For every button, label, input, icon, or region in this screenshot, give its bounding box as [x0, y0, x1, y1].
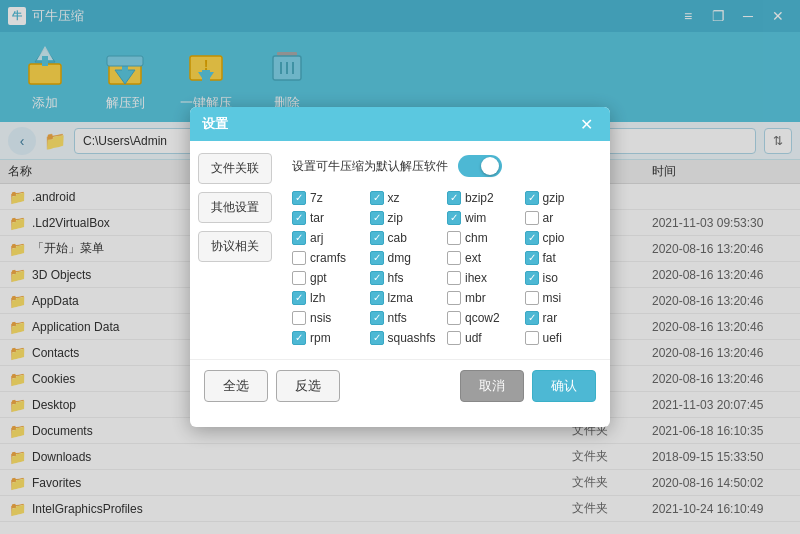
checkbox-mbr[interactable]: [447, 291, 461, 305]
format-checkbox-item[interactable]: cab: [370, 231, 444, 245]
checkbox-zip[interactable]: [370, 211, 384, 225]
checkbox-lzh[interactable]: [292, 291, 306, 305]
format-label: fat: [543, 251, 556, 265]
format-label: cpio: [543, 231, 565, 245]
protocol-btn[interactable]: 协议相关: [198, 231, 272, 262]
footer-left: 全选 反选: [204, 370, 340, 402]
checkbox-wim[interactable]: [447, 211, 461, 225]
checkbox-ihex[interactable]: [447, 271, 461, 285]
default-software-toggle[interactable]: [458, 155, 502, 177]
format-checkbox-item[interactable]: 7z: [292, 191, 366, 205]
format-checkbox-item[interactable]: lzh: [292, 291, 366, 305]
format-checkbox-item[interactable]: ext: [447, 251, 521, 265]
format-checkbox-item[interactable]: zip: [370, 211, 444, 225]
checkbox-gzip[interactable]: [525, 191, 539, 205]
format-checkbox-item[interactable]: bzip2: [447, 191, 521, 205]
format-checkbox-item[interactable]: uefi: [525, 331, 599, 345]
checkbox-dmg[interactable]: [370, 251, 384, 265]
format-checkbox-item[interactable]: ihex: [447, 271, 521, 285]
checkbox-ntfs[interactable]: [370, 311, 384, 325]
checkbox-cramfs[interactable]: [292, 251, 306, 265]
format-checkbox-item[interactable]: nsis: [292, 311, 366, 325]
format-checkbox-item[interactable]: lzma: [370, 291, 444, 305]
format-checkbox-item[interactable]: udf: [447, 331, 521, 345]
format-checkbox-item[interactable]: iso: [525, 271, 599, 285]
checkbox-rar[interactable]: [525, 311, 539, 325]
format-checkbox-item[interactable]: squashfs: [370, 331, 444, 345]
select-all-button[interactable]: 全选: [204, 370, 268, 402]
format-checkbox-item[interactable]: ar: [525, 211, 599, 225]
dialog-main: 设置可牛压缩为默认解压软件 7z xz bzip2 gzip tar zip w…: [280, 141, 610, 359]
file-association-btn[interactable]: 文件关联: [198, 153, 272, 184]
checkbox-lzma[interactable]: [370, 291, 384, 305]
format-checkbox-item[interactable]: qcow2: [447, 311, 521, 325]
checkbox-fat[interactable]: [525, 251, 539, 265]
format-grid: 7z xz bzip2 gzip tar zip wim ar arj cab …: [292, 191, 598, 345]
format-checkbox-item[interactable]: rpm: [292, 331, 366, 345]
checkbox-nsis[interactable]: [292, 311, 306, 325]
checkbox-uefi[interactable]: [525, 331, 539, 345]
checkbox-ar[interactable]: [525, 211, 539, 225]
format-label: udf: [465, 331, 482, 345]
format-label: cab: [388, 231, 407, 245]
format-label: hfs: [388, 271, 404, 285]
checkbox-gpt[interactable]: [292, 271, 306, 285]
format-label: wim: [465, 211, 486, 225]
format-label: arj: [310, 231, 323, 245]
format-checkbox-item[interactable]: gzip: [525, 191, 599, 205]
format-label: lzh: [310, 291, 325, 305]
checkbox-iso[interactable]: [525, 271, 539, 285]
dialog-sidebar: 文件关联 其他设置 协议相关: [190, 141, 280, 359]
checkbox-squashfs[interactable]: [370, 331, 384, 345]
checkbox-udf[interactable]: [447, 331, 461, 345]
checkbox-arj[interactable]: [292, 231, 306, 245]
format-label: ihex: [465, 271, 487, 285]
format-label: xz: [388, 191, 400, 205]
format-checkbox-item[interactable]: hfs: [370, 271, 444, 285]
format-checkbox-item[interactable]: arj: [292, 231, 366, 245]
format-label: gpt: [310, 271, 327, 285]
checkbox-rpm[interactable]: [292, 331, 306, 345]
format-checkbox-item[interactable]: chm: [447, 231, 521, 245]
format-label: iso: [543, 271, 558, 285]
format-label: ar: [543, 211, 554, 225]
format-checkbox-item[interactable]: gpt: [292, 271, 366, 285]
checkbox-hfs[interactable]: [370, 271, 384, 285]
toggle-knob: [481, 157, 499, 175]
format-label: dmg: [388, 251, 411, 265]
checkbox-cpio[interactable]: [525, 231, 539, 245]
format-checkbox-item[interactable]: ntfs: [370, 311, 444, 325]
checkbox-qcow2[interactable]: [447, 311, 461, 325]
confirm-button[interactable]: 确认: [532, 370, 596, 402]
format-label: ntfs: [388, 311, 407, 325]
format-label: 7z: [310, 191, 323, 205]
checkbox-7z[interactable]: [292, 191, 306, 205]
checkbox-ext[interactable]: [447, 251, 461, 265]
format-checkbox-item[interactable]: cpio: [525, 231, 599, 245]
dialog-close-button[interactable]: ✕: [574, 112, 598, 136]
checkbox-bzip2[interactable]: [447, 191, 461, 205]
format-label: cramfs: [310, 251, 346, 265]
format-checkbox-item[interactable]: tar: [292, 211, 366, 225]
other-settings-btn[interactable]: 其他设置: [198, 192, 272, 223]
format-checkbox-item[interactable]: msi: [525, 291, 599, 305]
deselect-button[interactable]: 反选: [276, 370, 340, 402]
checkbox-cab[interactable]: [370, 231, 384, 245]
cancel-button[interactable]: 取消: [460, 370, 524, 402]
format-label: nsis: [310, 311, 331, 325]
format-label: gzip: [543, 191, 565, 205]
toggle-row: 设置可牛压缩为默认解压软件: [292, 155, 598, 177]
checkbox-tar[interactable]: [292, 211, 306, 225]
format-checkbox-item[interactable]: dmg: [370, 251, 444, 265]
checkbox-msi[interactable]: [525, 291, 539, 305]
format-checkbox-item[interactable]: xz: [370, 191, 444, 205]
format-checkbox-item[interactable]: mbr: [447, 291, 521, 305]
checkbox-xz[interactable]: [370, 191, 384, 205]
format-checkbox-item[interactable]: fat: [525, 251, 599, 265]
format-checkbox-item[interactable]: cramfs: [292, 251, 366, 265]
format-label: squashfs: [388, 331, 436, 345]
settings-dialog: 设置 ✕ 文件关联 其他设置 协议相关 设置可牛压缩为默认解压软件 7z xz: [190, 107, 610, 427]
format-checkbox-item[interactable]: wim: [447, 211, 521, 225]
checkbox-chm[interactable]: [447, 231, 461, 245]
format-checkbox-item[interactable]: rar: [525, 311, 599, 325]
